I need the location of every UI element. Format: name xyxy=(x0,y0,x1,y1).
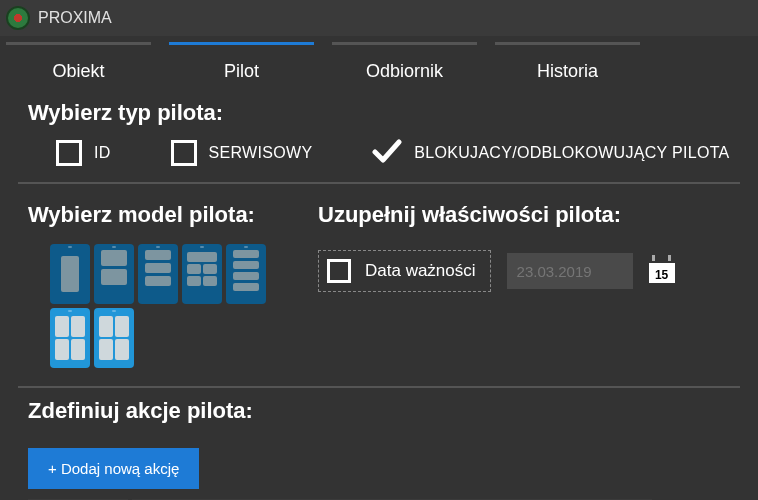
tab-obiekt[interactable]: Obiekt xyxy=(6,42,151,92)
mid-row: Wybierz model pilota: Uzupełnij właściwo… xyxy=(28,192,730,368)
model-option-7[interactable] xyxy=(94,308,134,368)
model-option-3[interactable] xyxy=(138,244,178,304)
model-option-1[interactable] xyxy=(50,244,90,304)
tab-pilot[interactable]: Pilot xyxy=(169,42,314,92)
expiry-checkbox[interactable]: Data ważności xyxy=(318,250,491,292)
content-area: Wybierz typ pilota: ID SERWISOWY BLOKUJA… xyxy=(0,86,758,500)
type-label-blocking: BLOKUJACY/ODBLOKOWUJĄCY PILOTA xyxy=(414,144,729,162)
model-heading: Wybierz model pilota: xyxy=(28,202,288,228)
expiry-date-input[interactable] xyxy=(507,253,633,289)
expiry-label: Data ważności xyxy=(365,261,476,281)
props-heading: Uzupełnij właściwości pilota: xyxy=(318,202,730,228)
add-action-button[interactable]: + Dodaj nową akcję xyxy=(28,448,199,489)
model-option-6[interactable] xyxy=(50,308,90,368)
checkbox-icon xyxy=(171,140,197,166)
checkbox-icon xyxy=(56,140,82,166)
type-label-service: SERWISOWY xyxy=(209,144,313,162)
props-row: Data ważności 15 xyxy=(318,240,730,292)
model-column: Wybierz model pilota: xyxy=(28,192,288,368)
app-logo-icon xyxy=(6,6,30,30)
app-title: PROXIMA xyxy=(38,9,112,27)
divider xyxy=(18,386,740,388)
model-option-2[interactable] xyxy=(94,244,134,304)
calendar-icon[interactable]: 15 xyxy=(649,259,675,283)
actions-heading: Zdefiniuj akcje pilota: xyxy=(28,398,730,424)
type-option-id[interactable]: ID xyxy=(56,140,111,166)
main-tabs: Obiekt Pilot Odbiornik Historia xyxy=(0,36,758,86)
type-option-blocking[interactable]: BLOKUJACY/ODBLOKOWUJĄCY PILOTA xyxy=(372,138,729,168)
divider xyxy=(18,182,740,184)
type-option-service[interactable]: SERWISOWY xyxy=(171,140,313,166)
type-heading: Wybierz typ pilota: xyxy=(28,100,730,126)
checkmark-icon xyxy=(372,138,402,168)
tab-historia[interactable]: Historia xyxy=(495,42,640,92)
props-column: Uzupełnij właściwości pilota: Data ważno… xyxy=(318,192,730,368)
model-option-4[interactable] xyxy=(182,244,222,304)
checkbox-icon xyxy=(327,259,351,283)
type-label-id: ID xyxy=(94,144,111,162)
tab-odbiornik[interactable]: Odbiornik xyxy=(332,42,477,92)
model-grid xyxy=(28,240,288,368)
type-options-row: ID SERWISOWY BLOKUJACY/ODBLOKOWUJĄCY PIL… xyxy=(28,138,730,178)
model-option-5[interactable] xyxy=(226,244,266,304)
app-header: PROXIMA xyxy=(0,0,758,36)
